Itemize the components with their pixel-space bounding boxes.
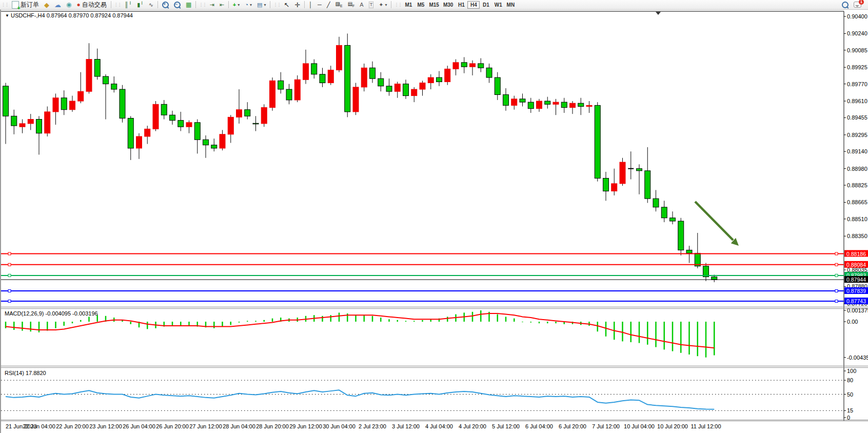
macd-histogram-bar — [38, 322, 40, 332]
timeframe-button-h4[interactable]: H4 — [467, 1, 480, 9]
shift-marker-icon[interactable] — [656, 12, 661, 15]
templates-button[interactable]: ▤▾ — [254, 1, 268, 9]
svg-text:28 Jun 20:00: 28 Jun 20:00 — [256, 423, 289, 429]
svg-text:22 Jun 20:00: 22 Jun 20:00 — [56, 423, 89, 429]
zoom-in-button[interactable]: + — [160, 1, 171, 9]
line-chart-mode-button[interactable]: ∿ — [146, 1, 156, 9]
search-button[interactable] — [839, 1, 851, 9]
search-icon — [842, 2, 849, 8]
fibonacci-tool[interactable]: ▨E — [333, 1, 345, 9]
macd-histogram-bar — [655, 322, 657, 347]
autotrading-button[interactable]: ● 自动交易 — [74, 1, 109, 9]
macd-histogram-bar — [680, 322, 682, 353]
chart-window[interactable]: ▼ USDCHF-,H4 0.87964 0.87970 0.87924 0.8… — [0, 9, 868, 433]
macd-histogram-bar — [639, 322, 640, 343]
macd-histogram-bar — [605, 322, 607, 337]
zoom-out-icon: − — [174, 2, 181, 8]
macd-histogram-bar — [372, 316, 373, 322]
vertical-line-tool[interactable]: │ — [306, 1, 315, 9]
timeframe-button-m5[interactable]: M5 — [415, 1, 427, 9]
indicators-button[interactable]: +▾ — [230, 1, 242, 9]
periods-button[interactable]: ◔▾ — [242, 1, 254, 9]
horizontal-level-line[interactable]: 0.88186 — [1, 250, 868, 257]
chart-frame — [1, 11, 868, 421]
data-window-button[interactable]: ☁ — [52, 1, 64, 9]
tile-windows-button[interactable]: ▦ — [183, 1, 194, 9]
svg-text:0: 0 — [847, 415, 850, 421]
timeframe-button-m30[interactable]: M30 — [441, 1, 455, 9]
macd-histogram-bar — [47, 322, 48, 331]
horizontal-level-line[interactable]: 0.87839 — [1, 287, 868, 294]
svg-text:0.88084: 0.88084 — [846, 262, 866, 268]
svg-text:0.90240: 0.90240 — [847, 30, 867, 36]
timeframe-button-mn[interactable]: MN — [504, 1, 517, 9]
bar-chart-icon: ║╵ — [125, 2, 132, 8]
text-tool[interactable]: A — [357, 1, 366, 9]
svg-text:0.88825: 0.88825 — [847, 182, 867, 188]
bar-chart-mode-button[interactable]: ║╵ — [122, 1, 134, 9]
macd-histogram-bar — [64, 322, 65, 326]
svg-text:11 Jul 12:00: 11 Jul 12:00 — [691, 423, 721, 429]
new-order-button[interactable]: 新订单 — [9, 1, 42, 9]
horizontal-level-line[interactable]: 0.87743 — [1, 298, 868, 304]
text-label-icon: T — [369, 2, 374, 8]
macd-histogram-bar — [447, 317, 448, 322]
market-watch-icon: ◆ — [44, 2, 49, 8]
notifications-button[interactable]: 1 — [851, 1, 864, 9]
macd-histogram-bar — [672, 322, 674, 351]
svg-text:-0.004356: -0.004356 — [847, 355, 868, 361]
chevron-down-icon: ▾ — [264, 2, 266, 8]
auto-scroll-icon: ⇥ — [209, 2, 214, 8]
horizontal-level-line[interactable]: 0.87983 — [1, 272, 868, 279]
new-order-label: 新订单 — [21, 1, 39, 9]
horizontal-line-tool[interactable]: ─ — [315, 1, 324, 9]
svg-text:0.89140: 0.89140 — [847, 148, 867, 154]
timeframe-button-m15[interactable]: M15 — [427, 1, 441, 9]
svg-text:0.00: 0.00 — [847, 319, 858, 325]
svg-text:0.89770: 0.89770 — [847, 81, 867, 87]
clock-icon: ◔ — [245, 2, 248, 8]
svg-text:4 Jul 20:00: 4 Jul 20:00 — [459, 423, 486, 429]
tile-windows-icon: ▦ — [186, 2, 191, 8]
macd-histogram-bar — [330, 315, 332, 322]
macd-histogram-bar — [364, 315, 365, 322]
macd-histogram-bar — [247, 321, 248, 322]
macd-histogram-bar — [239, 322, 240, 323]
macd-histogram-bar — [622, 322, 623, 341]
timeframe-button-m1[interactable]: M1 — [402, 1, 415, 9]
chart-collapse-caret[interactable]: ▼ — [5, 13, 9, 18]
chart-canvas[interactable]: 0.904000.902400.900850.899250.897700.896… — [1, 9, 868, 433]
macd-histogram-bar — [413, 321, 415, 322]
line-chart-icon: ∿ — [149, 2, 153, 8]
horizontal-level-line[interactable]: 0.88084 — [1, 261, 868, 268]
cursor-icon: ↖ — [284, 2, 289, 8]
sound-alert-button[interactable]: ◉ — [64, 1, 74, 9]
toolbar-grip: ⋮⋮ — [114, 2, 121, 7]
svg-text:0.87839: 0.87839 — [846, 288, 866, 294]
macd-histogram-bar — [422, 320, 423, 322]
text-icon: A — [360, 2, 363, 8]
timeframe-button-d1[interactable]: D1 — [480, 1, 492, 9]
macd-histogram-bar — [514, 319, 515, 322]
svg-text:10 Jul 04:00: 10 Jul 04:00 — [624, 423, 655, 429]
timeframe-button-h1[interactable]: H1 — [455, 1, 467, 9]
trendline-tool[interactable]: ╱ — [324, 1, 333, 9]
down-arrow-annotation[interactable] — [695, 202, 739, 246]
arrows-tool[interactable]: ✦▾ — [376, 1, 389, 9]
market-watch-button[interactable]: ◆ — [42, 1, 52, 9]
auto-scroll-button[interactable]: ⇥ — [207, 1, 216, 9]
svg-text:0.89455: 0.89455 — [847, 114, 867, 121]
chart-shift-button[interactable]: ⇤ — [217, 1, 227, 9]
svg-text:0.87944: 0.87944 — [846, 277, 866, 283]
chart-title: ▼ USDCHF-,H4 0.87964 0.87970 0.87924 0.8… — [5, 12, 133, 18]
crosshair-tool-button[interactable]: ✛ — [292, 1, 303, 9]
text-label-tool[interactable]: T — [366, 1, 377, 9]
svg-text:6 Jul 04:00: 6 Jul 04:00 — [525, 423, 553, 429]
zoom-out-button[interactable]: − — [171, 1, 183, 9]
cursor-tool-button[interactable]: ↖ — [281, 1, 292, 9]
candlestick-mode-button[interactable]: ▮╵ — [134, 1, 146, 9]
fibonacci-fan-tool[interactable]: ▤F — [345, 1, 358, 9]
macd-pane: 0.0013750.00-0.004356 — [5, 307, 868, 361]
timeframe-button-w1[interactable]: W1 — [492, 1, 504, 9]
bid-price-line[interactable]: 0.87944 — [1, 276, 868, 283]
